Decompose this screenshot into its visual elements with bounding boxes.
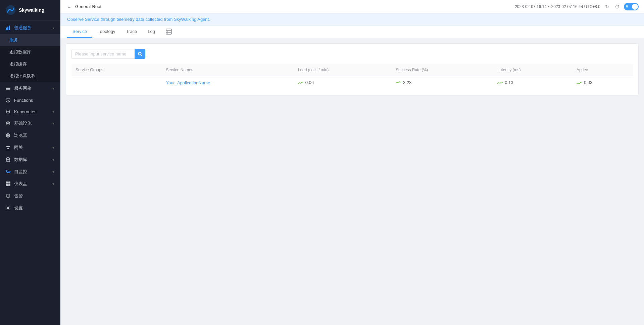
info-banner-text: Observe Service through telemetry data c… [67, 17, 210, 22]
apdex-value: 0.03 [584, 80, 592, 85]
cell-latency: 0.13 [493, 76, 573, 90]
sidebar-item-infra[interactable]: 基础设施 ▼ [0, 117, 60, 129]
sidebar-item-virtual-mq[interactable]: 虚拟消息队列 [0, 70, 60, 82]
svg-rect-32 [166, 29, 171, 34]
sidebar-label-service: 服务 [9, 37, 55, 43]
sidebar-item-alert[interactable]: 告警 [0, 190, 60, 202]
col-service-groups: Service Groups [71, 64, 162, 76]
globe-icon [5, 133, 11, 138]
load-trend-icon [298, 81, 303, 85]
col-latency: Latency (ms) [493, 64, 573, 76]
search-button[interactable] [135, 49, 145, 59]
toggle-switch[interactable]: V [624, 3, 639, 10]
load-value: 0.06 [305, 80, 314, 85]
success-trend: 3.23 [396, 80, 411, 85]
topbar-left: ≡ General-Root [66, 3, 101, 10]
svg-line-37 [141, 55, 142, 56]
cell-load: 0.06 [294, 76, 392, 90]
chevron-down-gateway-icon: ▼ [52, 146, 55, 150]
refresh-icon[interactable]: ↻ [604, 3, 610, 10]
sidebar-item-browser[interactable]: 浏览器 [0, 129, 60, 141]
sidebar-item-settings[interactable]: 设置 [0, 202, 60, 214]
load-trend: 0.06 [298, 80, 314, 85]
sidebar-item-general-service[interactable]: 普通服务 ▲ [0, 22, 60, 34]
svg-rect-2 [7, 27, 8, 30]
toggle-knob [632, 4, 638, 10]
tab-bar: Service Topology Trace Log [60, 26, 644, 38]
chevron-down-infra-icon: ▼ [52, 122, 55, 125]
svg-point-30 [8, 197, 8, 197]
sw-icon: Sw [5, 169, 11, 174]
sidebar: Skywalking 普通服务 ▲ 服务 虚拟数据库 虚拟缓存 虚拟消息队列 [0, 0, 60, 325]
col-apdex: Apdex [573, 64, 633, 76]
sidebar-label-infra: 基础设施 [14, 120, 52, 126]
latency-trend-icon [497, 81, 503, 85]
cell-success-rate: 3.23 [392, 76, 493, 90]
sidebar-item-service-mesh[interactable]: 服务网格 ▼ [0, 82, 60, 94]
logo-icon [5, 5, 16, 15]
svg-point-13 [7, 123, 9, 124]
layers-icon [5, 86, 11, 91]
sidebar-item-gateway[interactable]: 网关 ▼ [0, 141, 60, 154]
service-name-link[interactable]: Your_ApplicationName [166, 80, 210, 85]
sidebar-item-virtual-cache[interactable]: 虚拟缓存 [0, 58, 60, 70]
sidebar-item-functions[interactable]: fn Functions [0, 94, 60, 106]
chevron-down-sw-icon: ▼ [52, 170, 55, 174]
sidebar-label-alert: 告警 [14, 193, 55, 199]
cell-apdex: 0.03 [573, 76, 633, 90]
latency-trend: 0.13 [497, 80, 513, 85]
col-load: Load (calls / min) [294, 64, 392, 76]
tab-service[interactable]: Service [67, 26, 92, 38]
col-service-names: Service Names [162, 64, 294, 76]
toggle-label: V [626, 5, 628, 8]
sidebar-item-self-monitor[interactable]: Sw 自监控 ▼ [0, 166, 60, 178]
sidebar-label-mesh: 服务网格 [14, 85, 52, 91]
col-success-rate: Success Rate (%) [392, 64, 493, 76]
svg-rect-25 [8, 181, 10, 184]
sidebar-item-service[interactable]: 服务 [0, 34, 60, 46]
topbar-right: 2023-02-07 16:14 ~ 2023-02-07 16:44 UTC+… [515, 3, 639, 10]
service-panel: Service Groups Service Names Load (calls… [66, 43, 639, 95]
clock-icon[interactable]: ⏱ [614, 3, 621, 10]
tab-config-icon[interactable] [163, 26, 175, 37]
alert-icon [5, 193, 11, 199]
tab-trace[interactable]: Trace [120, 26, 142, 38]
sidebar-item-kubernetes[interactable]: Kubernetes ▼ [0, 106, 60, 117]
search-input[interactable] [71, 49, 145, 59]
svg-point-36 [138, 52, 141, 55]
svg-text:fn: fn [7, 99, 9, 102]
sidebar-label-self-monitor: 自监控 [14, 169, 52, 175]
chevron-up-icon: ▲ [52, 26, 55, 30]
search-row [71, 49, 633, 59]
tab-topology[interactable]: Topology [92, 26, 120, 38]
apdex-trend-icon [577, 81, 582, 85]
topbar: ≡ General-Root 2023-02-07 16:14 ~ 2023-0… [60, 0, 644, 13]
sidebar-label-vmq: 虚拟消息队列 [9, 73, 55, 79]
sidebar-item-db[interactable]: 数据库 ▼ [0, 154, 60, 166]
sidebar-label-vdb: 虚拟数据库 [9, 49, 55, 55]
cell-group [71, 76, 162, 90]
sidebar-item-dashboard[interactable]: 仪表盘 ▼ [0, 178, 60, 190]
tab-topology-label: Topology [98, 29, 115, 34]
sidebar-label-browser: 浏览器 [14, 132, 55, 138]
chevron-down-db-icon: ▼ [52, 158, 55, 162]
info-banner: Observe Service through telemetry data c… [60, 13, 644, 26]
svg-rect-6 [6, 87, 10, 87]
tab-log[interactable]: Log [142, 26, 160, 38]
svg-point-22 [6, 158, 10, 159]
success-rate-value: 3.23 [403, 80, 411, 85]
settings-icon [5, 205, 11, 211]
sidebar-label-functions: Functions [14, 98, 55, 103]
svg-point-12 [6, 122, 10, 125]
svg-rect-24 [6, 181, 8, 184]
svg-rect-27 [8, 184, 10, 186]
sidebar-item-virtual-db[interactable]: 虚拟数据库 [0, 46, 60, 58]
svg-rect-4 [6, 89, 10, 90]
svg-rect-26 [6, 184, 8, 186]
sidebar-label-db: 数据库 [14, 157, 52, 163]
sidebar-label-vcache: 虚拟缓存 [9, 61, 55, 67]
cell-service-name: Your_ApplicationName [162, 76, 294, 90]
menu-icon[interactable]: ≡ [66, 3, 72, 10]
chevron-down-kube-icon: ▼ [52, 110, 55, 114]
latency-value: 0.13 [505, 80, 513, 85]
